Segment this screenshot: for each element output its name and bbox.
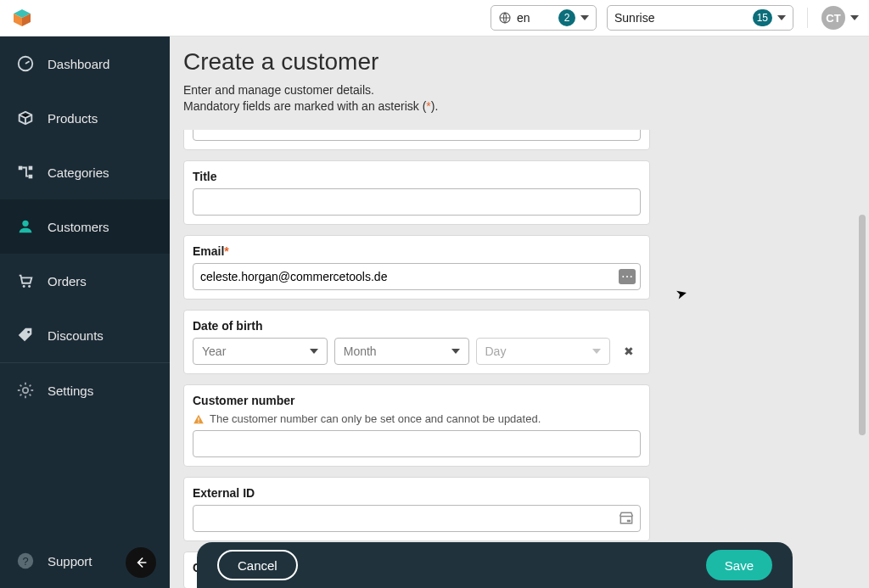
field-card-customer-number: Customer number The customer number can …	[183, 384, 650, 467]
person-icon	[15, 216, 36, 237]
sidebar-item-label: Categories	[48, 165, 109, 180]
box-icon	[15, 108, 36, 128]
logo	[10, 6, 34, 30]
language-badge: 2	[558, 9, 575, 26]
project-badge: 15	[753, 9, 772, 26]
svg-point-10	[28, 285, 31, 288]
field-label-external-id: External ID	[193, 486, 641, 500]
sidebar-item-label: Discounts	[48, 328, 104, 343]
sidebar-item-label: Dashboard	[48, 57, 109, 71]
chevron-down-icon	[592, 349, 601, 354]
page-title: Create a customer	[183, 48, 842, 76]
sidebar-item-label: Settings	[48, 384, 93, 398]
scrollbar[interactable]	[859, 36, 866, 588]
collapse-sidebar-button[interactable]	[126, 547, 156, 578]
field-label-customer-number: Customer number	[193, 394, 641, 407]
external-id-input[interactable]	[193, 505, 641, 532]
title-input[interactable]	[193, 188, 641, 216]
sidebar-item-orders[interactable]: Orders	[0, 254, 170, 308]
svg-text:?: ?	[22, 555, 28, 568]
svg-rect-5	[19, 166, 23, 171]
save-button[interactable]: Save	[706, 550, 772, 580]
field-card-previous	[183, 130, 650, 150]
gear-icon	[15, 380, 36, 400]
field-label-dob: Date of birth	[193, 319, 641, 333]
dob-day-select[interactable]: Day	[476, 338, 611, 365]
sidebar-item-dashboard[interactable]: Dashboard	[0, 36, 170, 91]
dob-month-select[interactable]: Month	[334, 338, 469, 365]
svg-rect-16	[198, 421, 199, 422]
chevron-down-icon	[310, 349, 318, 354]
svg-rect-15	[198, 417, 199, 421]
sidebar-item-label: Support	[48, 554, 93, 568]
field-card-email: Email*	[183, 235, 650, 300]
svg-point-8	[22, 221, 28, 227]
divider	[807, 8, 808, 28]
svg-point-12	[23, 388, 28, 393]
top-bar: en 2 Sunrise 15 CT	[0, 0, 869, 36]
main: Create a customer Enter and manage custo…	[170, 36, 855, 588]
field-card-title: Title	[183, 160, 650, 225]
svg-point-11	[27, 331, 30, 333]
chevron-down-icon	[850, 15, 859, 20]
page-description: Enter and manage customer details. Manda…	[183, 82, 842, 115]
sidebar-item-label: Orders	[48, 274, 87, 288]
dob-clear-button[interactable]: ✖	[617, 339, 641, 363]
chevron-down-icon	[451, 349, 460, 354]
cancel-button[interactable]: Cancel	[217, 550, 298, 580]
field-card-external-id: External ID	[183, 477, 650, 541]
store-icon[interactable]	[617, 509, 636, 528]
tag-icon	[15, 325, 36, 345]
svg-rect-6	[29, 166, 33, 171]
sidebar: Dashboard Products Categories Customers …	[0, 36, 170, 588]
field-card-date-of-birth: Date of birth Year Month Day	[183, 310, 650, 374]
form-scroll[interactable]: Title Email* Date of birth Year	[170, 130, 855, 588]
project-selector[interactable]: Sunrise 15	[607, 5, 793, 31]
chevron-down-icon	[777, 15, 786, 20]
sidebar-item-categories[interactable]: Categories	[0, 145, 170, 199]
language-selector[interactable]: en 2	[491, 5, 597, 31]
project-label: Sunrise	[614, 11, 654, 25]
field-label-email: Email*	[193, 244, 641, 258]
avatar: CT	[821, 6, 845, 30]
action-bar: Cancel Save	[197, 542, 793, 588]
mandatory-star: *	[224, 244, 228, 258]
customer-number-input[interactable]	[193, 430, 641, 457]
customer-number-warning: The customer number can only be set once…	[193, 412, 641, 425]
sidebar-item-products[interactable]: Products	[0, 91, 170, 145]
language-label: en	[517, 11, 530, 25]
help-icon: ?	[15, 551, 36, 571]
svg-rect-17	[627, 520, 631, 523]
sidebar-item-settings[interactable]: Settings	[0, 363, 170, 417]
scrollbar-thumb[interactable]	[859, 215, 866, 435]
arrow-left-icon	[132, 554, 149, 571]
page-header: Create a customer Enter and manage custo…	[170, 36, 855, 121]
svg-rect-7	[29, 175, 33, 179]
chevron-down-icon	[580, 15, 589, 20]
tree-icon	[15, 162, 36, 182]
sidebar-item-discounts[interactable]: Discounts	[0, 308, 170, 362]
svg-point-9	[23, 285, 25, 288]
cart-icon	[15, 271, 36, 291]
gauge-icon	[15, 53, 36, 74]
email-input[interactable]	[193, 263, 641, 290]
close-icon: ✖	[624, 344, 634, 358]
sidebar-item-customers[interactable]: Customers	[0, 199, 170, 254]
sidebar-item-label: Customers	[48, 220, 109, 234]
globe-icon	[498, 11, 512, 25]
dob-year-select[interactable]: Year	[193, 338, 328, 365]
ellipsis-icon[interactable]	[619, 269, 636, 284]
field-label-title: Title	[193, 170, 641, 183]
warning-icon	[193, 413, 205, 425]
user-menu[interactable]: CT	[821, 6, 859, 30]
sidebar-item-label: Products	[48, 111, 98, 126]
previous-input[interactable]	[193, 130, 641, 141]
